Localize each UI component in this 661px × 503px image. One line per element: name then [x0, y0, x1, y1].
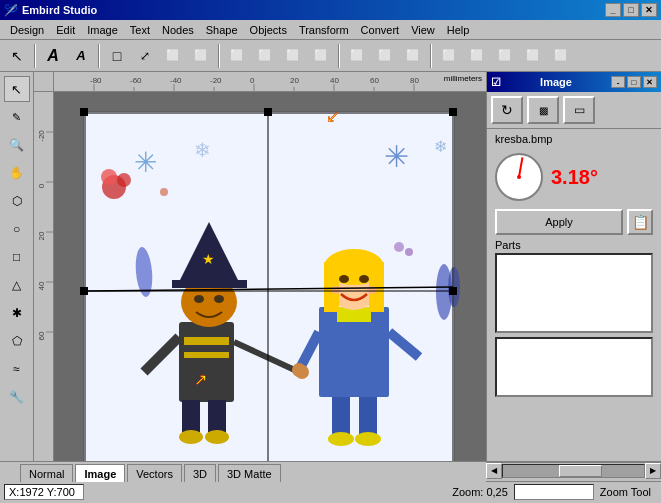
tab-vectors[interactable]: Vectors — [127, 464, 182, 482]
menu-text[interactable]: Text — [124, 22, 156, 38]
hscroll[interactable]: ◀ ▶ — [486, 462, 661, 478]
tool-zoom[interactable]: 🔍 — [4, 132, 30, 158]
svg-text:★: ★ — [202, 251, 215, 267]
toolbar-copy[interactable]: ⬜ — [160, 43, 186, 69]
toolbar-resize[interactable]: ⤢ — [132, 43, 158, 69]
svg-point-51 — [214, 295, 224, 303]
menu-view[interactable]: View — [405, 22, 441, 38]
tab-3d[interactable]: 3D — [184, 464, 216, 482]
svg-text:20: 20 — [37, 231, 46, 240]
tool-select[interactable]: ↖ — [4, 76, 30, 102]
menu-transform[interactable]: Transform — [293, 22, 355, 38]
tool-hex[interactable]: ⬡ — [4, 188, 30, 214]
menu-design[interactable]: Design — [4, 22, 50, 38]
ruler-left: -20 0 20 40 60 — [34, 92, 54, 461]
zoom-label: Zoom: 0,25 — [446, 486, 514, 498]
apply-extra-button[interactable]: 📋 — [627, 209, 653, 235]
title-bar-left: 🪡 Embird Studio — [4, 4, 97, 17]
menu-nodes[interactable]: Nodes — [156, 22, 200, 38]
panel-close-button[interactable]: ✕ — [643, 76, 657, 88]
svg-point-68 — [339, 275, 349, 283]
tool-ellipse[interactable]: ○ — [4, 216, 30, 242]
svg-text:0: 0 — [250, 76, 255, 85]
panel-maximize-button[interactable]: □ — [627, 76, 641, 88]
svg-rect-79 — [449, 108, 457, 116]
zoom-field[interactable] — [514, 484, 594, 500]
close-button[interactable]: ✕ — [641, 3, 657, 17]
toolbar-sep5 — [430, 44, 432, 68]
toolbar-b4[interactable]: ⬜ — [308, 43, 334, 69]
parts-section: Parts — [487, 235, 661, 401]
toolbar-b5[interactable]: ⬜ — [344, 43, 370, 69]
svg-point-35 — [101, 169, 117, 185]
svg-text:40: 40 — [330, 76, 339, 85]
toolbar-text2[interactable]: A — [68, 43, 94, 69]
toolbar-text1[interactable]: A — [40, 43, 66, 69]
svg-point-55 — [205, 430, 229, 444]
tool-wave[interactable]: ≈ — [4, 356, 30, 382]
tool-wrench[interactable]: 🔧 — [4, 384, 30, 410]
menu-help[interactable]: Help — [441, 22, 476, 38]
panel-rotate-btn[interactable]: ↻ — [491, 96, 523, 124]
parts-list[interactable] — [495, 253, 653, 333]
maximize-button[interactable]: □ — [623, 3, 639, 17]
toolbar-b2[interactable]: ⬜ — [252, 43, 278, 69]
coords-text: X:1972 Y:700 — [9, 486, 75, 498]
toolbar-b8[interactable]: ⬜ — [436, 43, 462, 69]
svg-point-60 — [328, 432, 354, 446]
toolbar-b1[interactable]: ⬜ — [224, 43, 250, 69]
title-bar-controls[interactable]: _ □ ✕ — [605, 3, 657, 17]
menu-convert[interactable]: Convert — [355, 22, 406, 38]
svg-text:↙: ↙ — [326, 108, 339, 125]
scroll-thumb[interactable] — [559, 465, 601, 477]
toolbar-b10[interactable]: ⬜ — [492, 43, 518, 69]
tool-rect2[interactable]: □ — [4, 244, 30, 270]
svg-rect-77 — [80, 108, 88, 116]
drawing-canvas[interactable]: ✳ ❄ ✳ ❄ — [54, 92, 486, 461]
toolbar-b3[interactable]: ⬜ — [280, 43, 306, 69]
panel-black-btn[interactable]: ▩ — [527, 96, 559, 124]
toolbar-b6[interactable]: ⬜ — [372, 43, 398, 69]
scroll-right-btn[interactable]: ▶ — [645, 463, 661, 479]
tool-star[interactable]: ✱ — [4, 300, 30, 326]
svg-text:-20: -20 — [37, 130, 46, 142]
tool-label: Zoom Tool — [594, 486, 657, 498]
tab-image[interactable]: Image — [75, 464, 125, 482]
minimize-button[interactable]: _ — [605, 3, 621, 17]
menu-edit[interactable]: Edit — [50, 22, 81, 38]
toolbar-select[interactable]: ↖ — [4, 43, 30, 69]
toolbar-sep2 — [98, 44, 100, 68]
scroll-left-btn[interactable]: ◀ — [486, 463, 502, 479]
svg-point-75 — [292, 363, 306, 377]
toolbar-b11[interactable]: ⬜ — [520, 43, 546, 69]
tool-pan[interactable]: ✋ — [4, 160, 30, 186]
panel-minimize-button[interactable]: - — [611, 76, 625, 88]
svg-text:20: 20 — [290, 76, 299, 85]
menu-shape[interactable]: Shape — [200, 22, 244, 38]
toolbar-rect[interactable]: □ — [104, 43, 130, 69]
menu-image[interactable]: Image — [81, 22, 124, 38]
toolbar-paste[interactable]: ⬜ — [188, 43, 214, 69]
tab-normal[interactable]: Normal — [20, 464, 73, 482]
toolbar-b7[interactable]: ⬜ — [400, 43, 426, 69]
toolbar-sep3 — [218, 44, 220, 68]
menu-objects[interactable]: Objects — [244, 22, 293, 38]
svg-text:❄: ❄ — [194, 139, 211, 161]
svg-point-42 — [405, 248, 413, 256]
panel-rect-btn[interactable]: ▭ — [563, 96, 595, 124]
tab-3dmatte[interactable]: 3D Matte — [218, 464, 281, 482]
toolbar-b9[interactable]: ⬜ — [464, 43, 490, 69]
tool-triangle[interactable]: △ — [4, 272, 30, 298]
rotation-dial[interactable] — [495, 153, 543, 201]
tool-draw[interactable]: ✎ — [4, 104, 30, 130]
toolbar: ↖ A A □ ⤢ ⬜ ⬜ ⬜ ⬜ ⬜ ⬜ ⬜ ⬜ ⬜ ⬜ ⬜ ⬜ ⬜ ⬜ — [0, 40, 661, 72]
tool-poly[interactable]: ⬠ — [4, 328, 30, 354]
tabs-bar: Normal Image Vectors 3D 3D Matte — [0, 462, 486, 482]
image-filename: kresba.bmp — [487, 129, 661, 149]
scroll-track[interactable] — [502, 464, 645, 478]
tabs-scroll-area: Normal Image Vectors 3D 3D Matte ◀ ▶ — [0, 461, 661, 481]
toolbar-b12[interactable]: ⬜ — [548, 43, 574, 69]
svg-text:✳: ✳ — [384, 140, 409, 173]
canvas-area[interactable]: millimeters -80 -60 -40 -20 0 20 40 60 — [34, 72, 486, 461]
apply-button[interactable]: Apply — [495, 209, 623, 235]
